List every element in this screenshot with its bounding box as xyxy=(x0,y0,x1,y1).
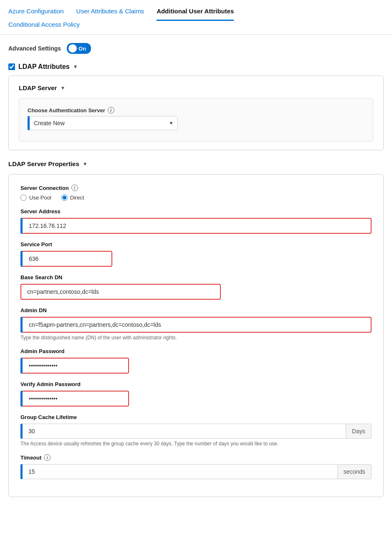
toggle-label: On xyxy=(78,45,86,52)
group-cache-lifetime-input-wrapper: Days xyxy=(20,424,372,439)
service-port-input[interactable] xyxy=(20,251,112,267)
admin-password-label: Admin Password xyxy=(20,348,372,354)
direct-option[interactable]: Direct xyxy=(61,195,84,201)
admin-dn-blue-bar xyxy=(20,317,23,333)
tab-additional-user-attributes[interactable]: Additional User Attributes xyxy=(157,8,234,21)
toggle-knob xyxy=(68,44,77,53)
timeout-addon: seconds xyxy=(338,464,372,479)
choose-auth-server-info-icon[interactable]: i xyxy=(108,107,114,114)
select-blue-bar xyxy=(28,116,30,130)
ldap-attributes-title: LDAP Attributes xyxy=(18,63,70,71)
ldap-server-properties-title: LDAP Server Properties xyxy=(8,160,79,167)
direct-radio[interactable] xyxy=(61,195,68,201)
advanced-settings-toggle[interactable]: On xyxy=(67,43,91,54)
use-pool-label: Use Pool xyxy=(29,195,51,201)
service-port-label: Service Port xyxy=(20,241,372,248)
verify-admin-password-group: Verify Admin Password xyxy=(20,381,372,407)
service-port-input-wrapper xyxy=(20,251,112,267)
ldap-server-chevron[interactable]: ▼ xyxy=(60,85,65,91)
timeout-blue-bar xyxy=(20,464,23,479)
service-port-group: Service Port xyxy=(20,241,372,267)
server-address-label: Server Address xyxy=(20,208,372,215)
admin-dn-label: Admin DN xyxy=(20,307,372,313)
group-cache-lifetime-label: Group Cache Lifetime xyxy=(20,414,372,420)
server-address-input[interactable] xyxy=(20,218,372,234)
ldap-attributes-header: LDAP Attributes ▼ xyxy=(8,63,384,71)
choose-auth-server-select[interactable]: Create New xyxy=(28,116,178,130)
verify-admin-password-label: Verify Admin Password xyxy=(20,381,372,387)
advanced-settings-row: Advanced Settings On xyxy=(8,43,384,54)
ldap-server-title: LDAP Server xyxy=(19,84,57,91)
verify-admin-password-input-wrapper xyxy=(20,391,129,407)
server-address-blue-bar xyxy=(20,218,23,234)
ldap-server-properties-chevron[interactable]: ▼ xyxy=(83,161,88,167)
group-cache-lifetime-input[interactable] xyxy=(20,424,346,439)
timeout-input-wrapper: seconds xyxy=(20,464,372,479)
admin-password-input[interactable] xyxy=(20,358,129,374)
ldap-server-header: LDAP Server ▼ xyxy=(19,84,373,91)
ldap-attributes-checkbox[interactable] xyxy=(8,63,15,70)
group-cache-lifetime-group: Group Cache Lifetime Days The Access dev… xyxy=(20,414,372,447)
verify-admin-password-blue-bar xyxy=(20,391,23,407)
timeout-group: Timeout i seconds xyxy=(20,454,372,479)
admin-password-input-wrapper xyxy=(20,358,129,374)
tab-conditional-access[interactable]: Conditional Access Policy xyxy=(8,21,80,34)
group-cache-lifetime-addon: Days xyxy=(346,424,372,439)
admin-dn-hint: Type the distinguished name (DN) of the … xyxy=(20,335,372,341)
admin-password-blue-bar xyxy=(20,358,23,374)
ldap-server-card: LDAP Server ▼ Choose Authentication Serv… xyxy=(8,76,384,150)
server-connection-info-icon[interactable]: i xyxy=(71,184,78,191)
choose-auth-server-group: Choose Authentication Server i Create Ne… xyxy=(28,107,364,130)
service-port-blue-bar xyxy=(20,251,23,267)
timeout-label: Timeout i xyxy=(20,454,372,461)
timeout-info-icon[interactable]: i xyxy=(44,454,51,461)
ldap-attributes-chevron[interactable]: ▼ xyxy=(73,64,78,70)
top-nav: Azure Configuration User Attributes & Cl… xyxy=(0,0,392,35)
use-pool-option[interactable]: Use Pool xyxy=(20,195,51,201)
server-connection-group: Server Connection i Use Pool Direct xyxy=(20,184,372,201)
admin-password-group: Admin Password xyxy=(20,348,372,374)
base-search-dn-input[interactable] xyxy=(20,284,221,300)
server-connection-radio-group: Use Pool Direct xyxy=(20,195,372,201)
timeout-input[interactable] xyxy=(20,464,338,479)
admin-dn-input[interactable] xyxy=(20,317,372,333)
group-cache-lifetime-hint: The Access device usually refreshes the … xyxy=(20,441,372,447)
tab-user-attributes[interactable]: User Attributes & Claims xyxy=(76,8,144,21)
advanced-settings-label: Advanced Settings xyxy=(8,45,61,52)
server-address-group: Server Address xyxy=(20,208,372,234)
ldap-server-properties-card: Server Connection i Use Pool Direct xyxy=(8,174,384,497)
page-body: Advanced Settings On LDAP Attributes ▼ L… xyxy=(0,35,392,514)
ldap-server-properties-header: LDAP Server Properties ▼ xyxy=(8,160,384,167)
base-search-dn-group: Base Search DN xyxy=(20,274,372,300)
group-cache-lifetime-blue-bar xyxy=(20,424,23,439)
base-search-dn-label: Base Search DN xyxy=(20,274,372,280)
admin-dn-group: Admin DN Type the distinguished name (DN… xyxy=(20,307,372,341)
server-address-input-wrapper xyxy=(20,218,372,234)
tab-azure-config[interactable]: Azure Configuration xyxy=(8,8,64,21)
choose-auth-server-label: Choose Authentication Server i xyxy=(28,107,364,114)
use-pool-radio[interactable] xyxy=(20,195,27,201)
base-search-dn-input-wrapper xyxy=(20,284,372,300)
admin-dn-input-wrapper xyxy=(20,317,372,333)
server-connection-label: Server Connection i xyxy=(20,184,372,191)
verify-admin-password-input[interactable] xyxy=(20,391,129,407)
choose-auth-server-select-wrapper: Create New ▼ xyxy=(28,116,178,130)
ldap-server-properties-section: LDAP Server Properties ▼ Server Connecti… xyxy=(8,160,384,497)
ldap-server-inner: Choose Authentication Server i Create Ne… xyxy=(19,98,373,141)
direct-label: Direct xyxy=(70,195,84,201)
